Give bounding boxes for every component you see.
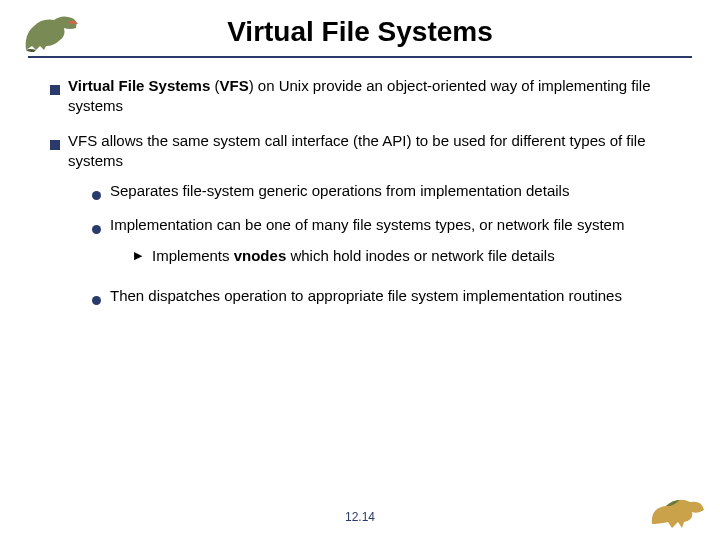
text-run: vnodes: [234, 247, 287, 264]
text-run: which hold inodes or network file detail…: [286, 247, 554, 264]
text-run: VFS: [219, 77, 248, 94]
arrow-bullet-icon: ▶: [134, 246, 152, 266]
bullet-text: Then dispatches operation to appropriate…: [110, 286, 670, 310]
slide: Virtual File Systems Virtual File System…: [0, 0, 720, 540]
disc-bullet-icon: [92, 215, 110, 276]
bullet-text: Virtual File Systems (VFS) on Unix provi…: [68, 76, 670, 117]
dinosaur-top-icon: [20, 10, 86, 54]
disc-bullet-icon: [92, 286, 110, 310]
bullet-level1: Virtual File Systems (VFS) on Unix provi…: [50, 76, 670, 117]
square-bullet-icon: [50, 76, 68, 117]
text-run: Implementation can be one of many file s…: [110, 216, 624, 233]
disc-bullet-icon: [92, 181, 110, 205]
text-run: Virtual File Systems: [68, 77, 210, 94]
bullet-text: VFS allows the same system call interfac…: [68, 131, 670, 321]
bullet-text: Separates file-system generic operations…: [110, 181, 670, 205]
page-number: 12.14: [0, 510, 720, 524]
bullet-text: Implements vnodes which hold inodes or n…: [152, 246, 670, 266]
slide-title: Virtual File Systems: [0, 0, 720, 56]
bullet-text: Implementation can be one of many file s…: [110, 215, 670, 276]
dinosaur-bottom-icon: [648, 490, 708, 532]
text-run: Implements: [152, 247, 234, 264]
text-run: VFS allows the same system call interfac…: [68, 132, 646, 169]
bullet-level2: Separates file-system generic operations…: [92, 181, 670, 205]
bullet-level2: Implementation can be one of many file s…: [92, 215, 670, 276]
bullet-level1: VFS allows the same system call interfac…: [50, 131, 670, 321]
slide-content: Virtual File Systems (VFS) on Unix provi…: [0, 58, 720, 320]
bullet-level3: ▶ Implements vnodes which hold inodes or…: [134, 246, 670, 266]
bullet-level2: Then dispatches operation to appropriate…: [92, 286, 670, 310]
square-bullet-icon: [50, 131, 68, 321]
